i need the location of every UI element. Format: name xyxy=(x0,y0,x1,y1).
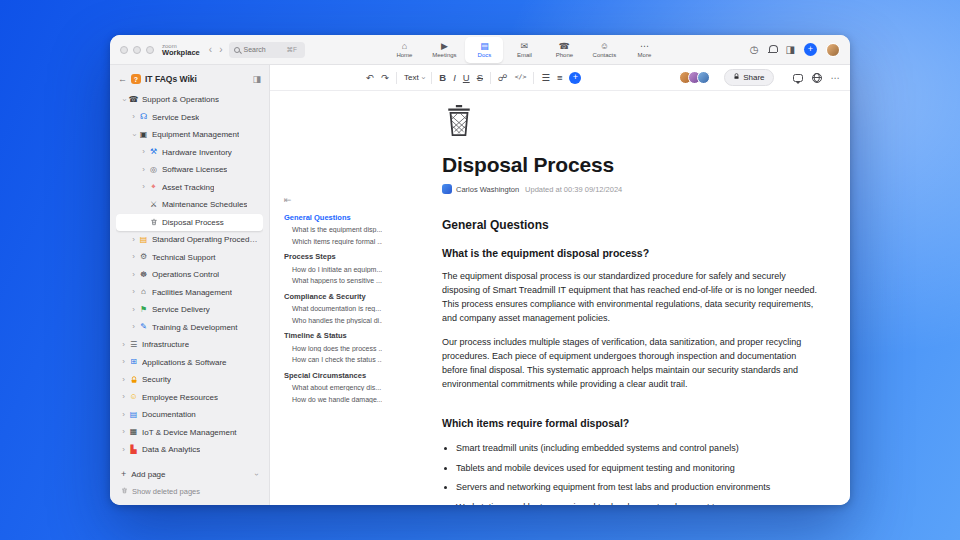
chevron-right-icon[interactable]: › xyxy=(129,113,138,121)
outline-how-long-does-the-process[interactable]: How long does the process ... xyxy=(284,345,382,352)
outline-what-happens-to-sensitive[interactable]: What happens to sensitive ... xyxy=(284,277,382,284)
comment-icon[interactable] xyxy=(793,74,803,82)
back-arrow-icon[interactable]: ← xyxy=(118,74,127,84)
chevron-right-icon[interactable]: › xyxy=(119,428,128,436)
underline-button[interactable]: U xyxy=(463,73,470,83)
back-button[interactable]: ‹ xyxy=(209,45,212,55)
chevron-right-icon[interactable]: › xyxy=(139,183,148,191)
outline-what-is-the-equipment-disp[interactable]: What is the equipment disp... xyxy=(284,226,382,233)
align-icon[interactable]: ≡ xyxy=(557,73,563,83)
document-trash-emoji-icon[interactable] xyxy=(444,103,820,141)
share-button[interactable]: Share xyxy=(724,69,773,86)
chevron-right-icon[interactable]: › xyxy=(139,148,148,156)
outline-how-do-i-initiate-an-equipm[interactable]: How do I initiate an equipm... xyxy=(284,266,382,273)
nav-item-contacts[interactable]: ☺Contacts xyxy=(585,37,623,63)
redo-button[interactable]: ↷ xyxy=(381,73,389,83)
bullet-list-icon[interactable]: ☰ xyxy=(541,73,550,83)
chevron-right-icon[interactable]: › xyxy=(119,341,128,349)
sidebar-collapse-icon[interactable]: ◨ xyxy=(252,74,261,84)
user-avatar[interactable] xyxy=(826,43,840,57)
chevron-right-icon[interactable]: › xyxy=(129,323,138,331)
sidebar-item-infrastructure[interactable]: ›☰Infrastructure xyxy=(116,336,263,354)
sidebar-item-documentation[interactable]: ›▤Documentation xyxy=(116,406,263,424)
sidebar-item-disposal-process[interactable]: Disposal Process xyxy=(116,214,263,232)
outline-general-questions[interactable]: General Questions xyxy=(284,213,382,222)
outline-timeline-status[interactable]: Timeline & Status xyxy=(284,331,382,340)
nav-item-email[interactable]: ✉Email xyxy=(505,37,543,63)
insert-button[interactable]: + xyxy=(569,72,581,84)
global-search[interactable]: ⌘F xyxy=(229,42,305,58)
create-new-button[interactable]: + xyxy=(804,43,817,56)
sidebar-item-equipment-management[interactable]: ›▣Equipment Management xyxy=(116,126,263,144)
section-heading[interactable]: General Questions xyxy=(442,218,820,232)
sidebar-item-asset-tracking[interactable]: ›⌖Asset Tracking xyxy=(116,179,263,197)
bold-button[interactable]: B xyxy=(439,73,446,83)
document-title[interactable]: Disposal Process xyxy=(442,153,820,177)
sidebar-item-standard-operating-procedures[interactable]: ›▤Standard Operating Procedures xyxy=(116,231,263,249)
sidebar-item-employee-resources[interactable]: ›☺Employee Resources xyxy=(116,389,263,407)
nav-item-more[interactable]: ⋯More xyxy=(625,37,663,63)
sidebar-item-data-analytics[interactable]: ›▙Data & Analytics xyxy=(116,441,263,459)
sidebar-item-training-development[interactable]: ›✎Training & Development xyxy=(116,319,263,337)
chevron-right-icon[interactable]: › xyxy=(129,271,138,279)
outline-who-handles-the-physical-di[interactable]: Who handles the physical di... xyxy=(284,317,382,324)
outline-process-steps[interactable]: Process Steps xyxy=(284,252,382,261)
chevron-right-icon[interactable]: › xyxy=(119,358,128,366)
sidebar-item-service-delivery[interactable]: ›⚑Service Delivery xyxy=(116,301,263,319)
sidebar-item-support-operations[interactable]: ›☎Support & Operations xyxy=(116,91,263,109)
more-options-icon[interactable]: ⋯ xyxy=(831,73,841,83)
language-globe-icon[interactable] xyxy=(812,73,822,83)
sidebar-item-security[interactable]: ›Security xyxy=(116,371,263,389)
chevron-right-icon[interactable]: › xyxy=(129,236,138,244)
chevron-right-icon[interactable]: › xyxy=(119,376,128,384)
close-button[interactable] xyxy=(120,46,128,54)
sidebar-item-applications-software[interactable]: ›⊞Applications & Software xyxy=(116,354,263,372)
chevron-right-icon[interactable]: › xyxy=(139,166,148,174)
sidebar-item-iot-device-management[interactable]: ›▦IoT & Device Management xyxy=(116,424,263,442)
maximize-button[interactable] xyxy=(146,46,154,54)
minimize-button[interactable] xyxy=(133,46,141,54)
add-page-button[interactable]: + Add page › xyxy=(116,465,263,483)
nav-item-phone[interactable]: ☎Phone xyxy=(545,37,583,63)
notifications-bell-icon[interactable] xyxy=(768,45,777,54)
chevron-down-icon[interactable]: › xyxy=(130,130,138,139)
sidebar-item-maintenance-schedules[interactable]: ⚔Maintenance Schedules xyxy=(116,196,263,214)
show-deleted-pages-button[interactable]: Show deleted pages xyxy=(116,483,263,499)
chevron-right-icon[interactable]: › xyxy=(129,253,138,261)
outline-how-do-we-handle-damage[interactable]: How do we handle damage... xyxy=(284,396,382,403)
outline-collapse-icon[interactable]: ⇤ xyxy=(284,195,382,205)
forward-button[interactable]: › xyxy=(219,45,222,55)
nav-item-docs[interactable]: ▤Docs xyxy=(465,37,503,63)
nav-item-home[interactable]: ⌂Home xyxy=(385,37,423,63)
chevron-right-icon[interactable]: › xyxy=(119,446,128,454)
chevron-down-icon[interactable]: › xyxy=(120,95,128,104)
nav-item-meetings[interactable]: ▶Meetings xyxy=(425,37,463,63)
question-heading-2[interactable]: Which items require formal disposal? xyxy=(442,417,820,429)
sidebar-item-service-desk[interactable]: ›☊Service Desk xyxy=(116,109,263,127)
link-icon[interactable]: ☍ xyxy=(498,73,508,83)
outline-what-about-emergency-dis[interactable]: What about emergency dis... xyxy=(284,384,382,391)
sidebar-item-operations-control[interactable]: ›☸Operations Control xyxy=(116,266,263,284)
chevron-right-icon[interactable]: › xyxy=(129,288,138,296)
question-heading-1[interactable]: What is the equipment disposal process? xyxy=(442,247,820,259)
outline-compliance-security[interactable]: Compliance & Security xyxy=(284,292,382,301)
panel-toggle-icon[interactable]: ◨ xyxy=(786,45,795,55)
paragraph-1[interactable]: The equipment disposal process is our st… xyxy=(442,269,820,325)
outline-which-items-require-formal[interactable]: Which items require formal ... xyxy=(284,238,382,245)
undo-button[interactable]: ↶ xyxy=(366,73,374,83)
strikethrough-button[interactable]: S xyxy=(477,73,483,83)
sidebar-item-facilities-management[interactable]: ›⌂Facilities Management xyxy=(116,284,263,302)
sidebar-item-software-licenses[interactable]: ›◎Software Licenses xyxy=(116,161,263,179)
search-input[interactable] xyxy=(243,46,283,53)
outline-special-circumstances[interactable]: Special Circumstances xyxy=(284,371,382,380)
chevron-right-icon[interactable]: › xyxy=(119,411,128,419)
chevron-right-icon[interactable]: › xyxy=(129,306,138,314)
outline-how-can-i-check-the-status[interactable]: How can I check the status ... xyxy=(284,356,382,363)
outline-what-documentation-is-req[interactable]: What documentation is req... xyxy=(284,305,382,312)
sidebar-item-hardware-inventory[interactable]: ›⚒Hardware Inventory xyxy=(116,144,263,162)
italic-button[interactable]: I xyxy=(453,73,456,83)
chevron-right-icon[interactable]: › xyxy=(119,393,128,401)
text-style-dropdown[interactable]: Text › xyxy=(404,73,424,82)
paragraph-2[interactable]: Our process includes multiple stages of … xyxy=(442,335,820,391)
history-icon[interactable]: ◷ xyxy=(750,45,759,55)
